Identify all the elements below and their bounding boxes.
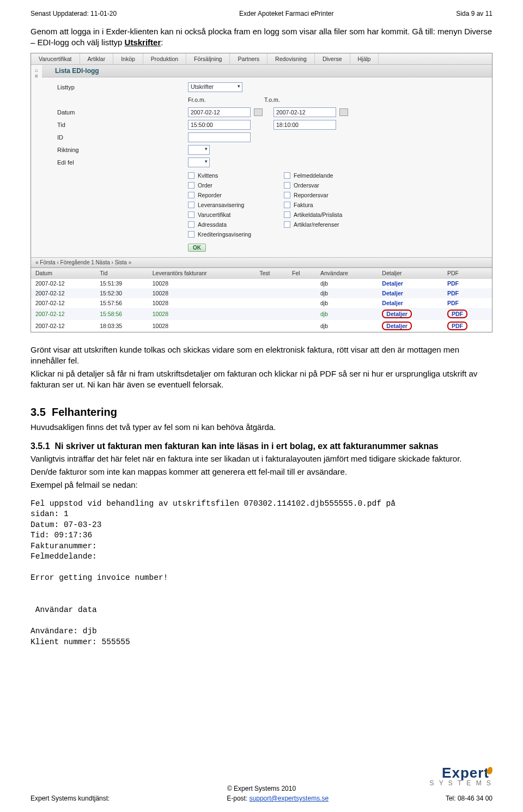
detaljer-link[interactable]: Detaljer <box>382 290 403 296</box>
pdf-link[interactable]: PDF <box>447 310 467 318</box>
grid-header: Tid <box>95 268 148 278</box>
table-row: 2007-02-1215:52:3010028djbDetaljerPDF <box>31 288 492 298</box>
tab-varucertifikat[interactable]: Varucertifikat <box>31 53 80 64</box>
calendar-icon[interactable] <box>254 108 263 116</box>
subsec-title: Ni skriver ut fakturan men fakturan kan … <box>54 441 438 451</box>
checkbox-column-right: FelmeddelandeOrdersvarRepordersvarFaktur… <box>284 171 342 239</box>
table-row: 2007-02-1215:51:3910028djbDetaljerPDF <box>31 278 492 288</box>
checkbox-label: Varucertifikat <box>198 211 231 218</box>
intro-colon: : <box>161 38 163 47</box>
label-listtyp: Listtyp <box>57 84 188 90</box>
grid-header: Datum <box>31 268 95 278</box>
detaljer-link[interactable]: Detaljer <box>382 280 403 287</box>
footer-left: Expert Systems kundtjänst: <box>31 795 110 802</box>
checkbox[interactable] <box>188 192 194 198</box>
pager[interactable]: « Första ‹ Föregående 1 Nästa › Sista » <box>31 257 492 268</box>
tab-bar: VarucertifikatArtiklarInköpProduktionFör… <box>31 53 492 65</box>
sec-num: 3.5 <box>31 406 46 418</box>
select-riktning[interactable] <box>188 145 210 155</box>
intro-text: Genom att logga in i Exder-klienten kan … <box>31 27 492 47</box>
header-center: Exder Apoteket Farmaci ePrinter <box>239 10 333 17</box>
pdf-link[interactable]: PDF <box>447 290 459 296</box>
intro-paragraph: Genom att logga in i Exder-klienten kan … <box>31 26 492 49</box>
grid-header: Användare <box>316 268 378 278</box>
tab-försäljning[interactable]: Försäljning <box>186 53 230 64</box>
table-row: 2007-02-1218:03:3510028djbDetaljerPDF <box>31 320 492 332</box>
input-datum-from[interactable]: 2007-02-12 <box>188 107 251 117</box>
input-tid-from[interactable]: 15:50:00 <box>188 120 251 130</box>
side-icon-home[interactable]: ⌂≡ <box>31 65 42 257</box>
checkbox-label: Adressdata <box>198 221 227 228</box>
tab-hjälp[interactable]: Hjälp <box>350 53 379 64</box>
heading-3-5-1: 3.5.1 Ni skriver ut fakturan men faktura… <box>31 441 492 451</box>
checkbox-label: Artikeldata/Prislista <box>294 211 342 218</box>
edi-log-screenshot: VarucertifikatArtiklarInköpProduktionFör… <box>31 53 492 332</box>
footer-email-link[interactable]: support@expertsystems.se <box>250 795 329 802</box>
tab-artiklar[interactable]: Artiklar <box>80 53 114 64</box>
select-edifel[interactable] <box>188 157 210 167</box>
detaljer-link[interactable]: Detaljer <box>382 310 412 318</box>
footer-mid: E-post: support@expertsystems.se <box>227 795 329 802</box>
footer-mid-pre: E-post: <box>227 795 249 802</box>
checkbox-label: Leveransavisering <box>198 202 244 208</box>
input-datum-to[interactable]: 2007-02-12 <box>273 107 336 117</box>
checkbox[interactable] <box>188 221 194 228</box>
calendar-icon[interactable] <box>339 108 348 116</box>
page-header: Senast Uppdaterad: 11-01-20 Exder Apotek… <box>31 10 492 17</box>
checkbox-column-left: KvittensOrderReporderLeveransaviseringVa… <box>188 171 251 239</box>
checkbox[interactable] <box>188 231 194 238</box>
input-id[interactable] <box>188 132 251 142</box>
label-datum: Datum <box>57 109 188 116</box>
tab-diverse[interactable]: Diverse <box>315 53 350 64</box>
table-row: 2007-02-1215:57:5610028djbDetaljerPDF <box>31 298 492 308</box>
tab-inköp[interactable]: Inköp <box>113 53 143 64</box>
tab-redovisning[interactable]: Redovisning <box>267 53 315 64</box>
tab-produktion[interactable]: Produktion <box>143 53 186 64</box>
sec35-p: Huvudsakligen finns det två typer av fel… <box>31 422 492 433</box>
intro-underline: Utskrifter <box>125 38 161 47</box>
pdf-link[interactable]: PDF <box>447 322 467 330</box>
checkbox[interactable] <box>284 182 290 189</box>
grid-header: Leverantörs fakturanr <box>148 268 256 278</box>
detaljer-link[interactable]: Detaljer <box>382 322 412 330</box>
checkbox[interactable] <box>284 202 290 208</box>
footer-right: Tel: 08-46 34 00 <box>446 795 492 802</box>
checkbox-label: Faktura <box>294 202 313 208</box>
checkbox-label: Artiklar/referenser <box>294 221 339 228</box>
select-listtyp[interactable]: Utskrifter <box>188 82 242 92</box>
panel-title: Lista EDI-logg <box>42 65 492 77</box>
checkbox-label: Krediteringsavisering <box>198 231 251 238</box>
grid-header: Test <box>255 268 288 278</box>
checkbox[interactable] <box>284 221 290 228</box>
pdf-link[interactable]: PDF <box>447 300 459 306</box>
pdf-link[interactable]: PDF <box>447 280 459 287</box>
label-edifel: Edi fel <box>57 159 188 166</box>
checkbox[interactable] <box>284 192 290 198</box>
checkbox[interactable] <box>188 202 194 208</box>
checkbox-label: Ordersvar <box>294 182 319 189</box>
checkbox-label: Order <box>198 182 212 189</box>
sec351-p1: Vanligtvis inträffar det här felet när e… <box>31 453 492 464</box>
sec-title: Felhantering <box>52 406 117 418</box>
pager-text: « Första ‹ Föregående 1 Nästa › Sista » <box>35 259 131 265</box>
checkbox[interactable] <box>188 211 194 218</box>
label-tid: Tid <box>57 122 188 128</box>
checkbox[interactable] <box>284 211 290 218</box>
detaljer-link[interactable]: Detaljer <box>382 300 403 306</box>
input-tid-to[interactable]: 18:10:00 <box>273 120 336 130</box>
table-row: 2007-02-1215:58:5610028djbDetaljerPDF <box>31 308 492 320</box>
subsec-num: 3.5.1 <box>31 441 50 451</box>
page-footer: © Expert Systems 2010 Expert Systems kun… <box>31 785 492 802</box>
checkbox[interactable] <box>188 182 194 189</box>
checkbox[interactable] <box>188 172 194 179</box>
label-riktning: Riktning <box>57 147 188 153</box>
checkbox-label: Reporder <box>198 192 222 198</box>
results-grid: DatumTidLeverantörs fakturanrTestFelAnvä… <box>31 268 492 332</box>
checkbox[interactable] <box>284 172 290 179</box>
ok-button[interactable]: OK <box>188 244 206 252</box>
label-from: Fr.o.m. <box>188 96 264 103</box>
sec351-p3: Exempel på felmail se nedan: <box>31 480 492 490</box>
tab-partners[interactable]: Partners <box>230 53 267 64</box>
expert-logo: Expert S Y S T E M S <box>430 765 492 787</box>
grid-header: PDF <box>443 268 492 278</box>
